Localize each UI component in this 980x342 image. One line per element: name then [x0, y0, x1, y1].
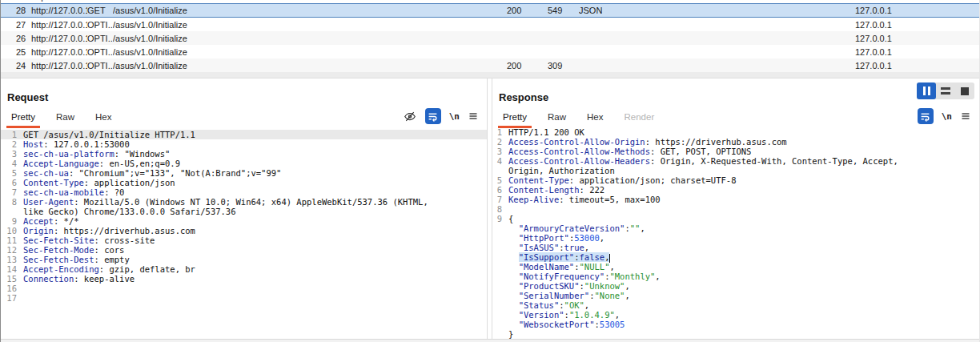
- code-line: 4Accept-Language: en-US,en;q=0.9: [1, 159, 487, 168]
- newline-icon[interactable]: \n: [449, 111, 460, 122]
- code-line: 16: [1, 284, 487, 293]
- tab-render[interactable]: Render: [620, 109, 660, 128]
- line-number: 3: [492, 147, 502, 156]
- line-number: 9: [1, 216, 17, 226]
- tab-pretty[interactable]: Pretty: [498, 109, 532, 128]
- cell-length: 549: [548, 6, 579, 15]
- line-number: 9: [492, 214, 502, 223]
- history-row[interactable]: 24http://127.0.0.1:53...OPTI.../asus/v1.…: [1, 58, 979, 72]
- line-number: 14: [1, 264, 17, 274]
- line-number: 4: [1, 159, 17, 168]
- response-tab-bar: PrettyRawHexRender \n: [492, 106, 979, 128]
- message-editor-panes: Request PrettyRawHex \n: [1, 78, 979, 339]
- http-history-table[interactable]: http://127.0.0.1:53...OPTI.../asus/v1.0/…: [1, 0, 979, 72]
- cell-status: 200: [507, 61, 548, 70]
- cell-url: /asus/v1.0/Initialize: [113, 20, 507, 30]
- response-panel: Response PrettyRawHexRender \n 1HTTP/1.1…: [492, 78, 979, 339]
- bottom-strip: [1, 339, 979, 342]
- menu-icon[interactable]: [468, 111, 479, 121]
- request-panel: Request PrettyRawHex \n: [1, 78, 488, 339]
- code-line: 8: [492, 204, 979, 214]
- code-line: "WebsocketPort":53005: [492, 320, 979, 329]
- code-line: 6Content-Length: 222: [492, 185, 979, 195]
- cell-host: http://127.0.0.1:53...: [31, 34, 87, 43]
- line-number: 8: [1, 197, 17, 207]
- code-line: "Version":"1.0.4.9",: [492, 310, 979, 320]
- line-number: 1: [1, 130, 17, 139]
- newline-icon[interactable]: \n: [942, 111, 952, 122]
- cell-id: 26: [1, 34, 31, 43]
- cell-method: OPTI...: [87, 47, 113, 57]
- columns-layout-icon[interactable]: [917, 82, 936, 99]
- code-line: 6Content-Type: application/json: [1, 178, 487, 187]
- request-editor[interactable]: 1GET /asus/v1.0/Initialize HTTP/1.12Host…: [1, 128, 487, 339]
- code-line: 10Origin: https://driverhub.asus.com: [1, 226, 487, 235]
- code-line: 1GET /asus/v1.0/Initialize HTTP/1.1: [1, 130, 487, 139]
- history-row[interactable]: 27http://127.0.0.1:53...OPTI.../asus/v1.…: [1, 18, 979, 31]
- cell-status: 200: [507, 6, 548, 15]
- burp-proxy-http-history-view: { "colors": { "accent_orange": "#e8532c"…: [0, 0, 980, 342]
- code-line: "ModelName":"NULL",: [492, 262, 979, 272]
- single-pane-layout-icon[interactable]: [955, 82, 974, 99]
- code-line: 13Sec-Fetch-Dest: empty: [1, 255, 487, 264]
- tab-pretty[interactable]: Pretty: [6, 109, 40, 128]
- horizontal-splitter[interactable]: [1, 72, 979, 78]
- cell-method: GET: [87, 6, 113, 15]
- code-line: "IsSupport":false,: [492, 252, 979, 262]
- cell-length: 309: [548, 61, 579, 70]
- cell-host: http://127.0.0.1:53...: [31, 61, 87, 70]
- cell-id: 24: [1, 61, 31, 70]
- cell-url: /asus/v1.0/Initialize: [113, 0, 507, 2]
- cell-ip: 127.0.0.1: [855, 34, 979, 43]
- response-editor[interactable]: 1HTTP/1.1 200 OK2Access-Control-Allow-Or…: [492, 128, 979, 339]
- line-number: [492, 329, 502, 339]
- code-line: 5sec-ch-ua: "Chromium";v="133", "Not(A:B…: [1, 168, 487, 178]
- request-toolbar: \n: [403, 108, 479, 124]
- code-line: "NotifyFrequency":"Monthly",: [492, 272, 979, 281]
- rows-layout-icon[interactable]: [936, 82, 955, 99]
- code-line: "HttpPort":53000,: [492, 233, 979, 243]
- request-tab-bar: PrettyRawHex \n: [1, 106, 487, 128]
- response-panel-title: Response: [492, 78, 979, 106]
- line-number: 7: [492, 195, 502, 204]
- cell-host: http://127.0.0.1:53...: [31, 6, 87, 15]
- cell-mime: JSON: [579, 6, 855, 15]
- hide-icon[interactable]: [403, 111, 417, 123]
- wrap-icon[interactable]: [918, 108, 934, 124]
- layout-selector: [917, 82, 974, 99]
- cell-method: OPTI...: [87, 0, 113, 2]
- cell-url: /asus/v1.0/Initialize: [113, 34, 507, 43]
- line-number: 1: [492, 128, 502, 137]
- history-row[interactable]: 26http://127.0.0.1:53...OPTI.../asus/v1.…: [1, 31, 979, 45]
- line-number: [492, 262, 502, 272]
- cell-ip: 127.0.0.1: [855, 20, 979, 30]
- line-number: [492, 166, 502, 175]
- code-line: 7sec-ch-ua-mobile: ?0: [1, 187, 487, 197]
- tab-hex[interactable]: Hex: [90, 109, 116, 128]
- code-line: "ArmouryCrateVersion":"",: [492, 223, 979, 233]
- text-caret: [609, 254, 610, 263]
- code-line: 7Keep-Alive: timeout=5, max=100: [492, 195, 979, 204]
- cell-host: http://127.0.0.1:53...: [31, 47, 87, 57]
- line-number: 8: [492, 204, 502, 214]
- line-number: 7: [1, 187, 17, 197]
- tab-raw[interactable]: Raw: [51, 109, 79, 128]
- line-number: 13: [1, 255, 17, 264]
- code-line: 3sec-ch-ua-platform: "Windows": [1, 149, 487, 159]
- line-number: [492, 223, 502, 233]
- cell-url: /asus/v1.0/Initialize: [113, 6, 507, 15]
- line-number: [492, 281, 502, 291]
- code-line: 12Sec-Fetch-Mode: cors: [1, 245, 487, 255]
- line-number: [492, 252, 502, 262]
- cell-url: /asus/v1.0/Initialize: [113, 47, 507, 57]
- menu-icon[interactable]: [960, 111, 971, 121]
- code-line: 17: [1, 293, 487, 303]
- cell-host: http://127.0.0.1:53...: [31, 20, 87, 30]
- tab-raw[interactable]: Raw: [543, 109, 571, 128]
- history-row[interactable]: 28http://127.0.0.1:53...GET/asus/v1.0/In…: [1, 3, 979, 18]
- tab-hex[interactable]: Hex: [582, 109, 608, 128]
- history-row[interactable]: 25http://127.0.0.1:53...OPTI.../asus/v1.…: [1, 45, 979, 58]
- wrap-icon[interactable]: [425, 108, 441, 124]
- code-line: 8User-Agent: Mozilla/5.0 (Windows NT 10.…: [1, 197, 487, 207]
- line-number: 15: [1, 274, 17, 284]
